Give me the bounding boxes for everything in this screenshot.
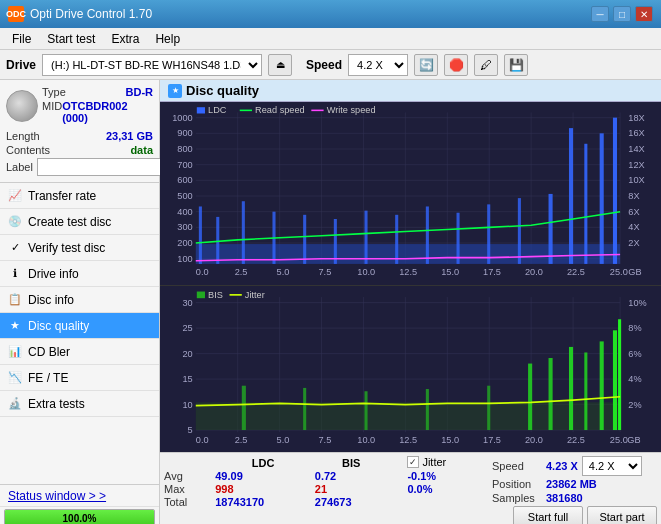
disc-quality-header-icon: ★ [168, 84, 182, 98]
sidebar-item-create-test-disc[interactable]: 💿 Create test disc [0, 209, 159, 235]
svg-text:5.0: 5.0 [277, 434, 290, 445]
svg-rect-57 [303, 215, 306, 264]
drive-bar: Drive (H:) HL-DT-ST BD-RE WH16NS48 1.D3 … [0, 50, 661, 80]
footer-content: LDC BIS ✓ Jitter Avg [160, 453, 661, 524]
sidebar: Type BD-R MID OTCBDR002 (000) Length 23,… [0, 80, 160, 524]
svg-text:17.5: 17.5 [483, 434, 501, 445]
chart-header: ★ Disc quality [160, 80, 661, 102]
footer-stats-table: LDC BIS ✓ Jitter Avg [164, 456, 488, 522]
svg-rect-118 [303, 388, 306, 430]
menu-file[interactable]: File [4, 30, 39, 48]
progress-percent: 100.0% [4, 509, 155, 524]
samples-label: Samples [492, 492, 542, 504]
total-bis: 274673 [315, 496, 392, 509]
avg-bis: 0.72 [315, 470, 392, 483]
disc-label-input[interactable] [37, 158, 170, 176]
length-label: Length [6, 130, 40, 142]
svg-rect-62 [457, 213, 460, 264]
max-bis: 21 [315, 483, 392, 496]
total-label: Total [164, 496, 215, 509]
settings-button[interactable]: 🖊 [474, 54, 498, 76]
svg-text:25.0: 25.0 [610, 434, 628, 445]
save-button[interactable]: 💾 [504, 54, 528, 76]
disc-quality-icon: ★ [8, 319, 22, 333]
stats-footer: LDC BIS ✓ Jitter Avg [160, 452, 661, 524]
svg-text:20: 20 [182, 347, 192, 358]
drive-select[interactable]: (H:) HL-DT-ST BD-RE WH16NS48 1.D3 [42, 54, 262, 76]
jitter-checkbox[interactable]: ✓ [407, 456, 419, 468]
options-button[interactable]: 🛑 [444, 54, 468, 76]
extra-tests-label: Extra tests [28, 397, 85, 411]
svg-text:600: 600 [177, 175, 192, 185]
svg-text:22.5: 22.5 [567, 434, 585, 445]
contents-label: Contents [6, 144, 50, 156]
svg-text:LDC: LDC [208, 105, 227, 115]
speed-dropdown[interactable]: 4.2 X [582, 456, 642, 476]
svg-text:18X: 18X [628, 113, 644, 123]
svg-rect-66 [569, 128, 573, 264]
eject-button[interactable]: ⏏ [268, 54, 292, 76]
svg-text:2.5: 2.5 [235, 267, 248, 277]
svg-text:10X: 10X [628, 175, 644, 185]
fe-te-icon: 📉 [8, 371, 22, 385]
samples-row: Samples 381680 [492, 492, 657, 504]
svg-text:7.5: 7.5 [318, 267, 331, 277]
svg-text:4%: 4% [628, 373, 642, 384]
svg-text:25.0: 25.0 [610, 267, 628, 277]
svg-rect-60 [395, 215, 398, 264]
svg-text:5.0: 5.0 [277, 267, 290, 277]
sidebar-item-disc-info[interactable]: 📋 Disc info [0, 287, 159, 313]
create-test-disc-label: Create test disc [28, 215, 111, 229]
close-button[interactable]: ✕ [635, 6, 653, 22]
sidebar-item-disc-quality[interactable]: ★ Disc quality [0, 313, 159, 339]
menu-extra[interactable]: Extra [103, 30, 147, 48]
sidebar-item-transfer-rate[interactable]: 📈 Transfer rate [0, 183, 159, 209]
verify-test-disc-label: Verify test disc [28, 241, 105, 255]
svg-text:17.5: 17.5 [483, 267, 501, 277]
start-part-button[interactable]: Start part [587, 506, 657, 524]
start-full-button[interactable]: Start full [513, 506, 583, 524]
position-value: 23862 MB [546, 478, 597, 490]
svg-rect-124 [569, 347, 573, 430]
svg-rect-52 [196, 244, 620, 264]
samples-value: 381680 [546, 492, 583, 504]
speed-select[interactable]: 4.2 X [348, 54, 408, 76]
sidebar-item-cd-bler[interactable]: 📊 CD Bler [0, 339, 159, 365]
refresh-button[interactable]: 🔄 [414, 54, 438, 76]
disc-label-label: Label [6, 161, 33, 173]
type-value: BD-R [126, 86, 154, 98]
svg-text:14X: 14X [628, 144, 644, 154]
drive-info-label: Drive info [28, 267, 79, 281]
sidebar-item-extra-tests[interactable]: 🔬 Extra tests [0, 391, 159, 417]
svg-text:10%: 10% [628, 296, 647, 307]
max-jitter: 0.0% [407, 483, 488, 496]
speed-label: Speed [306, 58, 342, 72]
sidebar-item-drive-info[interactable]: ℹ Drive info [0, 261, 159, 287]
svg-text:BIS: BIS [208, 289, 223, 300]
top-chart: 1000 900 800 700 600 500 400 300 200 100… [160, 102, 661, 286]
svg-text:2.5: 2.5 [235, 434, 248, 445]
sidebar-item-fe-te[interactable]: 📉 FE / TE [0, 365, 159, 391]
contents-value: data [130, 144, 153, 156]
maximize-button[interactable]: □ [613, 6, 631, 22]
status-bar: Status window > > 100.0% Test completed … [0, 484, 159, 524]
svg-text:10.0: 10.0 [357, 434, 375, 445]
menu-start-test[interactable]: Start test [39, 30, 103, 48]
mid-label: MID [42, 100, 62, 124]
main-area: Type BD-R MID OTCBDR002 (000) Length 23,… [0, 80, 661, 524]
svg-text:25: 25 [182, 322, 192, 333]
svg-text:0.0: 0.0 [196, 267, 209, 277]
svg-text:2%: 2% [628, 398, 642, 409]
verify-test-disc-icon: ✓ [8, 241, 22, 255]
status-window-link[interactable]: Status window > > [0, 485, 159, 507]
minimize-button[interactable]: ─ [591, 6, 609, 22]
svg-text:20.0: 20.0 [525, 434, 543, 445]
drive-info-icon: ℹ [8, 267, 22, 281]
position-label: Position [492, 478, 542, 490]
sidebar-item-verify-test-disc[interactable]: ✓ Verify test disc [0, 235, 159, 261]
svg-text:6%: 6% [628, 347, 642, 358]
svg-rect-127 [613, 330, 617, 430]
disc-panel: Type BD-R MID OTCBDR002 (000) Length 23,… [0, 80, 159, 183]
fe-te-label: FE / TE [28, 371, 68, 385]
menu-help[interactable]: Help [147, 30, 188, 48]
